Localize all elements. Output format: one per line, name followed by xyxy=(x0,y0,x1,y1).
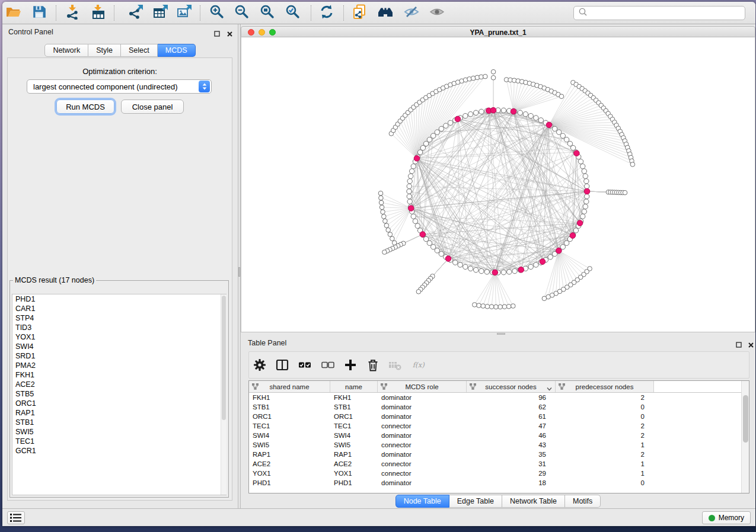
toolbar-open-folder-button[interactable] xyxy=(4,5,23,21)
memory-button[interactable]: Memory xyxy=(702,511,751,524)
cell-successor_nodes[interactable]: 62 xyxy=(467,402,556,412)
table-toolbar-columns-button[interactable] xyxy=(273,358,291,374)
table-toolbar-add-button[interactable] xyxy=(342,358,359,374)
cell-mcds_role[interactable]: dominator xyxy=(378,450,467,459)
cell-successor_nodes[interactable]: 61 xyxy=(467,412,556,421)
cell-successor_nodes[interactable]: 46 xyxy=(467,431,556,440)
toolbar-zoom-fit-button[interactable] xyxy=(258,5,277,21)
cell-successor_nodes[interactable]: 47 xyxy=(467,421,556,431)
mcds-result-item[interactable]: YOX1 xyxy=(12,332,226,342)
cell-name[interactable]: RAP1 xyxy=(330,450,378,459)
cell-predecessor_nodes[interactable]: 2 xyxy=(556,393,654,402)
cell-name[interactable]: STB1 xyxy=(330,402,378,412)
cell-shared_name[interactable]: ORC1 xyxy=(249,412,330,421)
run-mcds-button[interactable]: Run MCDS xyxy=(56,100,114,114)
table-row[interactable]: FKH1FKH1dominator962 xyxy=(249,393,749,402)
table-row[interactable]: ORC1ORC1dominator610 xyxy=(249,412,749,421)
table-row[interactable]: SWI5SWI5connector431 xyxy=(249,440,749,450)
table-row[interactable]: SWI4SWI4dominator462 xyxy=(249,431,749,440)
cell-name[interactable]: TEC1 xyxy=(330,421,378,431)
network-canvas[interactable] xyxy=(241,37,755,332)
tab-mcds[interactable]: MCDS xyxy=(158,44,196,57)
cell-shared_name[interactable]: FKH1 xyxy=(249,393,330,402)
close-panel-icon[interactable] xyxy=(227,29,234,36)
column-header-predecessor-nodes[interactable]: predecessor nodes xyxy=(556,381,654,392)
cell-successor_nodes[interactable]: 35 xyxy=(467,450,556,459)
toolbar-import-table-button[interactable] xyxy=(89,5,108,21)
cell-name[interactable]: FKH1 xyxy=(330,393,378,402)
table-toolbar-delete-button[interactable] xyxy=(364,358,382,374)
cell-predecessor_nodes[interactable]: 2 xyxy=(556,421,654,431)
close-mcds-panel-button[interactable]: Close panel xyxy=(121,100,184,114)
toolbar-save-button[interactable] xyxy=(30,5,49,21)
table-row[interactable]: YOX1YOX1connector291 xyxy=(249,469,749,478)
mcds-result-item[interactable]: CAR1 xyxy=(12,304,226,313)
table-row[interactable]: PHD1PHD1dominator180 xyxy=(249,478,749,488)
tab-edge-table[interactable]: Edge Table xyxy=(449,495,502,508)
mcds-result-item[interactable]: STP4 xyxy=(12,313,226,323)
cell-name[interactable]: SWI4 xyxy=(330,431,378,440)
cell-mcds_role[interactable]: connector xyxy=(378,469,467,478)
toolbar-zoom-selected-button[interactable] xyxy=(283,5,302,21)
cell-predecessor_nodes[interactable]: 1 xyxy=(556,469,654,478)
table-toolbar-select-all-button[interactable] xyxy=(296,358,314,374)
task-history-button[interactable] xyxy=(7,511,25,524)
network-graph[interactable] xyxy=(241,37,755,332)
splitter-handle[interactable] xyxy=(238,267,240,277)
mcds-result-list[interactable]: PHD1CAR1STP4TID3YOX1SWI4SRD1PMA2FKH1ACE2… xyxy=(12,294,227,495)
mcds-result-item[interactable]: SWI4 xyxy=(12,342,226,351)
column-header-name[interactable]: name xyxy=(330,381,378,392)
cell-shared_name[interactable]: SWI5 xyxy=(249,440,330,450)
tab-style[interactable]: Style xyxy=(88,44,121,57)
toolbar-show-all-button[interactable] xyxy=(428,5,446,21)
cell-mcds_role[interactable]: dominator xyxy=(378,402,467,412)
cell-shared_name[interactable]: ACE2 xyxy=(249,459,330,469)
cell-predecessor_nodes[interactable]: 1 xyxy=(556,440,654,450)
cell-name[interactable]: ORC1 xyxy=(330,412,378,421)
cell-mcds_role[interactable]: dominator xyxy=(378,431,467,440)
cell-name[interactable]: YOX1 xyxy=(330,469,378,478)
mcds-result-item[interactable]: ORC1 xyxy=(12,399,226,408)
tab-node-table[interactable]: Node Table xyxy=(395,495,449,508)
cell-predecessor_nodes[interactable]: 0 xyxy=(556,412,654,421)
mcds-result-item[interactable]: PHD1 xyxy=(12,294,226,304)
float-panel-icon[interactable] xyxy=(736,340,743,347)
toolbar-zoom-out-button[interactable] xyxy=(232,5,251,21)
toolbar-hide-selected-button[interactable] xyxy=(402,5,421,21)
cell-mcds_role[interactable]: dominator xyxy=(378,412,467,421)
mcds-result-item[interactable]: PMA2 xyxy=(12,361,226,370)
cell-mcds_role[interactable]: connector xyxy=(378,440,467,450)
scrollbar-thumb[interactable] xyxy=(743,395,748,443)
cell-predecessor_nodes[interactable]: 0 xyxy=(556,478,654,488)
mcds-result-item[interactable]: STB1 xyxy=(12,418,226,427)
cell-name[interactable]: ACE2 xyxy=(330,459,378,469)
mcds-result-item[interactable]: TID3 xyxy=(12,323,226,332)
close-panel-icon[interactable] xyxy=(748,340,755,347)
mcds-result-item[interactable]: SRD1 xyxy=(12,351,226,361)
cell-predecessor_nodes[interactable]: 0 xyxy=(556,402,654,412)
cell-successor_nodes[interactable]: 43 xyxy=(467,440,556,450)
scrollbar-thumb[interactable] xyxy=(222,296,226,420)
column-header-MCDS-role[interactable]: MCDS role xyxy=(378,381,467,392)
cell-shared_name[interactable]: TEC1 xyxy=(249,421,330,431)
cell-successor_nodes[interactable]: 18 xyxy=(467,478,556,488)
cell-mcds_role[interactable]: dominator xyxy=(378,478,467,488)
cell-mcds_role[interactable]: connector xyxy=(378,421,467,431)
toolbar-import-network-button[interactable] xyxy=(63,5,82,21)
cell-predecessor_nodes[interactable]: 2 xyxy=(556,431,654,440)
search-input[interactable] xyxy=(591,9,745,17)
table-row[interactable]: ACE2ACE2connector311 xyxy=(249,459,749,469)
criterion-dropdown[interactable]: largest connected component (undirected) xyxy=(27,79,212,94)
cell-shared_name[interactable]: YOX1 xyxy=(249,469,330,478)
cell-shared_name[interactable]: SWI4 xyxy=(249,431,330,440)
splitter-handle[interactable] xyxy=(497,333,505,335)
table-toolbar-deselect-all-button[interactable] xyxy=(319,358,337,374)
float-panel-icon[interactable] xyxy=(214,29,221,36)
column-header-shared-name[interactable]: shared name xyxy=(249,381,330,392)
mcds-result-item[interactable]: RAP1 xyxy=(12,408,226,418)
toolbar-export-image-button[interactable] xyxy=(175,5,194,21)
cell-predecessor_nodes[interactable]: 1 xyxy=(556,459,654,469)
tab-motifs[interactable]: Motifs xyxy=(565,495,601,508)
result-list-scrollbar[interactable] xyxy=(221,294,227,495)
cell-name[interactable]: PHD1 xyxy=(330,478,378,488)
